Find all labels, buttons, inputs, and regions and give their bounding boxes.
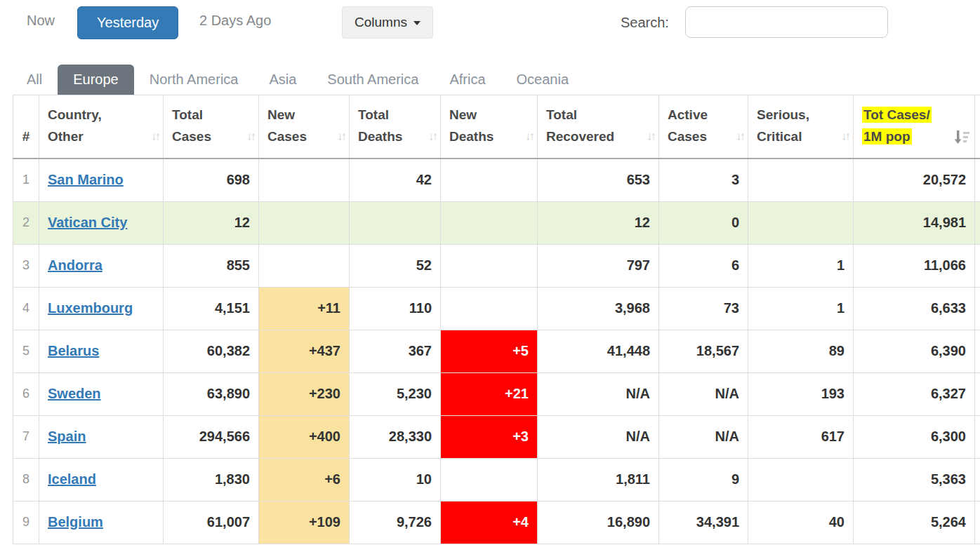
column-label-line: Other — [48, 126, 143, 147]
country-link[interactable]: Belarus — [48, 343, 99, 358]
table-row: 8Iceland1,830+6101,81195,363 — [13, 458, 980, 501]
sort-both-icon: ↓↑ — [525, 126, 533, 147]
cell-cases_per_1m: 6,327 — [854, 372, 975, 415]
table-row: 6Sweden63,890+2305,230+21N/AN/A1936,327 — [13, 372, 980, 415]
country-link[interactable]: Luxembourg — [48, 300, 133, 316]
tab-asia[interactable]: Asia — [253, 65, 312, 95]
country-link[interactable]: Belgium — [48, 514, 103, 530]
cell-total_recovered: 653 — [538, 159, 659, 201]
column-label-line: Cases — [668, 126, 728, 147]
cell-total_cases: 12 — [164, 201, 259, 244]
cell-clipped — [975, 372, 980, 415]
columns-dropdown-label: Columns — [355, 15, 407, 29]
cell-active_cases: 34,391 — [659, 501, 748, 544]
cell-serious_critical: 40 — [748, 501, 854, 544]
cell-total_recovered: 41,448 — [538, 330, 659, 372]
cell-new_cases: +230 — [259, 372, 350, 415]
column-header-cases_per_1m[interactable]: Tot Cases/1M pop — [854, 95, 975, 159]
cell-serious_critical — [748, 458, 854, 501]
column-header-total_deaths[interactable]: TotalDeaths↓↑ — [350, 95, 441, 159]
column-label-line: Deaths — [358, 126, 421, 147]
column-label-line: Tot Cases/ — [862, 104, 955, 126]
time-filter-yesterday[interactable]: Yesterday — [77, 6, 178, 39]
cell-active_cases: 6 — [659, 244, 748, 287]
continent-tabs: All Europe North America Asia South Amer… — [0, 63, 980, 95]
column-header-total_cases[interactable]: TotalCases↓↑ — [164, 95, 259, 159]
country-link[interactable]: Spain — [48, 429, 86, 444]
countries-table-wrapper: #Country,Other↓↑TotalCases↓↑NewCases↓↑To… — [13, 95, 980, 544]
column-label-line: Total — [172, 104, 239, 126]
cell-new_cases — [259, 244, 350, 287]
cell-country: Sweden — [39, 372, 164, 415]
cell-index: 5 — [13, 330, 39, 372]
column-label-line: Cases — [172, 126, 239, 147]
column-label-line: New — [449, 104, 517, 126]
time-filter-now[interactable]: Now — [27, 13, 55, 29]
cell-index: 2 — [13, 201, 39, 244]
country-link[interactable]: Sweden — [48, 386, 101, 401]
cell-new_cases: +6 — [259, 458, 350, 501]
cell-active_cases: N/A — [659, 415, 748, 458]
tab-europe[interactable]: Europe — [58, 65, 134, 95]
column-header-active_cases[interactable]: ActiveCases↓↑ — [659, 95, 748, 159]
table-header: #Country,Other↓↑TotalCases↓↑NewCases↓↑To… — [13, 95, 980, 159]
column-header-serious_critical[interactable]: Serious,Critical↓↑ — [748, 95, 854, 159]
cell-new_cases: +109 — [259, 501, 350, 544]
cell-total_deaths: 28,330 — [350, 415, 441, 458]
cell-serious_critical — [748, 201, 854, 244]
column-header-new_deaths[interactable]: NewDeaths↓↑ — [441, 95, 538, 159]
column-label-line: Deaths — [449, 126, 517, 147]
table-body: 1San Marino69842653320,5722Vatican City1… — [13, 159, 980, 544]
tab-oceania[interactable]: Oceania — [501, 65, 585, 95]
cell-new_deaths: +5 — [441, 330, 538, 372]
cell-total_recovered: 16,890 — [538, 501, 659, 544]
column-label-line: 1M pop — [862, 126, 955, 147]
cell-total_cases: 60,382 — [164, 330, 259, 372]
tab-africa[interactable]: Africa — [434, 65, 501, 95]
column-label-line: Serious, — [757, 104, 833, 126]
country-link[interactable]: Iceland — [48, 471, 96, 487]
column-header-total_recovered[interactable]: TotalRecovered↓↑ — [538, 95, 659, 159]
cell-index: 3 — [13, 244, 39, 287]
cell-total_deaths — [350, 201, 441, 244]
tab-south-america[interactable]: South America — [312, 65, 434, 95]
sort-both-icon: ↓↑ — [151, 126, 159, 147]
cell-new_deaths — [441, 244, 538, 287]
highlighted-label: 1M pop — [862, 128, 912, 144]
cell-new_deaths: +4 — [441, 501, 538, 544]
cell-country: Spain — [39, 415, 164, 458]
table-row: 7Spain294,566+40028,330+3N/AN/A6176,300 — [13, 415, 980, 458]
table-row: 2Vatican City1212014,981 — [13, 201, 980, 244]
columns-dropdown-button[interactable]: Columns — [342, 6, 433, 39]
cell-serious_critical — [748, 159, 854, 201]
cell-clipped — [975, 201, 980, 244]
tab-all[interactable]: All — [11, 65, 58, 95]
cell-active_cases: 3 — [659, 159, 748, 201]
tab-north-america[interactable]: North America — [134, 65, 254, 95]
cell-cases_per_1m: 6,633 — [854, 287, 975, 330]
cell-active_cases: 9 — [659, 458, 748, 501]
cell-total_deaths: 52 — [350, 244, 441, 287]
cell-country: Belarus — [39, 330, 164, 372]
cell-cases_per_1m: 5,363 — [854, 458, 975, 501]
cell-total_cases: 61,007 — [164, 501, 259, 544]
cell-total_recovered: 12 — [538, 201, 659, 244]
sort-both-icon: ↓↑ — [246, 126, 254, 147]
column-label-line: Total — [546, 104, 639, 126]
cell-total_recovered: 797 — [538, 244, 659, 287]
cell-new_cases: +437 — [259, 330, 350, 372]
country-link[interactable]: Vatican City — [48, 215, 127, 230]
cell-total_deaths: 110 — [350, 287, 441, 330]
country-link[interactable]: San Marino — [48, 172, 124, 187]
column-label-line: Total — [358, 104, 421, 126]
sort-both-icon: ↓↑ — [841, 126, 849, 147]
time-filter-2-days-ago[interactable]: 2 Days Ago — [199, 13, 271, 29]
column-label-line: Cases — [267, 126, 329, 147]
table-row: 4Luxembourg4,151+111103,9687316,633 — [13, 287, 980, 330]
column-header-new_cases[interactable]: NewCases↓↑ — [259, 95, 350, 159]
search-input[interactable] — [685, 6, 888, 38]
column-header-country[interactable]: Country,Other↓↑ — [39, 95, 164, 159]
cell-serious_critical: 193 — [748, 372, 854, 415]
country-link[interactable]: Andorra — [48, 257, 102, 273]
countries-table: #Country,Other↓↑TotalCases↓↑NewCases↓↑To… — [13, 95, 980, 544]
